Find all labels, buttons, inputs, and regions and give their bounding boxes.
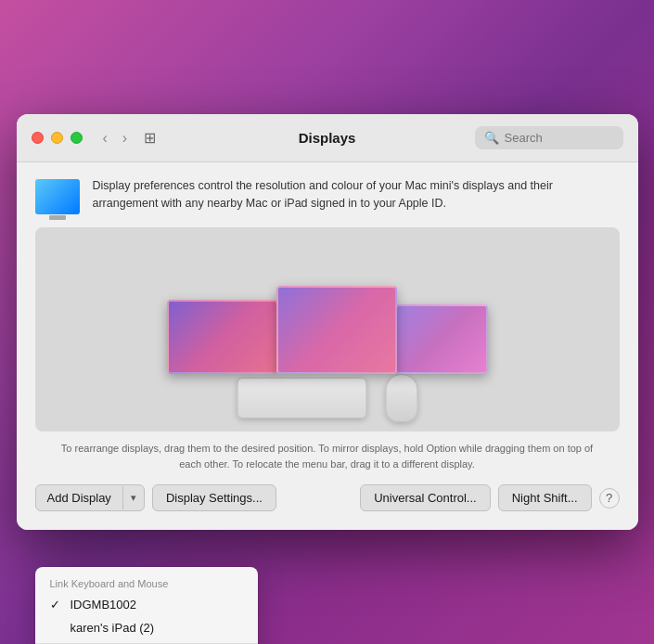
hint-text: To rearrange displays, drag them to the … [35, 441, 620, 471]
back-button[interactable]: ‹ [97, 128, 113, 148]
description-text: Display preferences control the resoluti… [93, 177, 620, 213]
night-shift-button[interactable]: Night Shift... [498, 484, 592, 511]
window-title: Displays [299, 130, 356, 146]
keyboard-image [237, 378, 366, 419]
system-preferences-window: ‹ › ⊞ Displays 🔍 Display preferences con… [17, 114, 638, 530]
universal-control-button[interactable]: Universal Control... [360, 484, 491, 511]
add-display-button-group: Add Display ▾ [35, 484, 145, 511]
minimize-button[interactable] [51, 132, 63, 144]
link-item-label-2: karen's iPad (2) [71, 621, 155, 635]
add-display-dropdown-arrow[interactable]: ▾ [122, 486, 144, 509]
mouse-image [385, 374, 417, 422]
display-preview-right[interactable] [395, 304, 488, 374]
bottom-toolbar: Add Display ▾ Display Settings... Univer… [35, 484, 620, 511]
display-settings-button[interactable]: Display Settings... [152, 484, 276, 511]
keyboard-area [237, 374, 417, 422]
checkmark-icon: ✓ [50, 598, 63, 612]
search-input[interactable] [505, 131, 616, 145]
display-preview-left[interactable] [167, 300, 278, 374]
search-box[interactable]: 🔍 [475, 126, 623, 149]
traffic-lights [32, 132, 83, 144]
display-preview-center[interactable] [276, 286, 397, 374]
search-icon: 🔍 [484, 131, 499, 145]
add-display-main-button[interactable]: Add Display [36, 485, 122, 510]
display-previews [167, 286, 488, 374]
help-button[interactable]: ? [599, 488, 620, 509]
nav-buttons: ‹ › [97, 128, 134, 148]
titlebar: ‹ › ⊞ Displays 🔍 [17, 114, 638, 162]
maximize-button[interactable] [71, 132, 83, 144]
grid-icon[interactable]: ⊞ [144, 129, 156, 147]
add-display-dropdown: Link Keyboard and Mouse ✓ IDGMB1002 kare… [35, 567, 258, 644]
description-row: Display preferences control the resoluti… [35, 177, 620, 214]
link-item-idgmb1002[interactable]: ✓ IDGMB1002 [35, 593, 258, 616]
link-item-label-1: IDGMB1002 [71, 598, 137, 612]
displays-area [35, 227, 620, 431]
content-area: Display preferences control the resoluti… [17, 162, 638, 530]
forward-button[interactable]: › [117, 128, 133, 148]
link-section-label: Link Keyboard and Mouse [35, 573, 258, 593]
display-icon [35, 179, 80, 214]
close-button[interactable] [32, 132, 44, 144]
link-item-karens-ipad2[interactable]: karen's iPad (2) [35, 616, 258, 639]
